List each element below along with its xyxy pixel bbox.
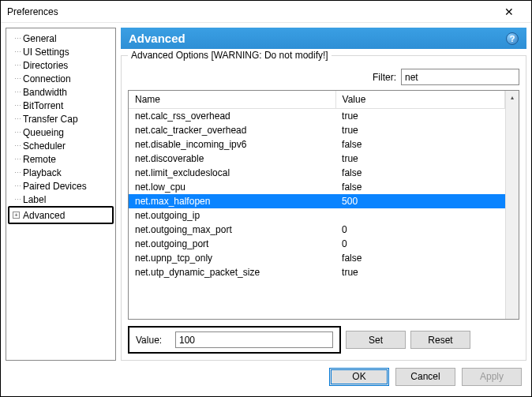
cell-name: net.low_cpu <box>129 180 335 194</box>
cell-name: net.calc_tracker_overhead <box>129 123 335 137</box>
table-row[interactable]: net.calc_tracker_overheadtrue <box>129 123 505 137</box>
table-row[interactable]: net.calc_rss_overheadtrue <box>129 109 505 123</box>
table-row[interactable]: net.outgoing_ip <box>129 208 505 223</box>
section-header: Advanced ? <box>121 28 526 49</box>
cell-value: true <box>335 123 504 137</box>
sidebar-item-label[interactable]: ⋯Label <box>8 193 114 206</box>
sidebar-item-queueing[interactable]: ⋯Queueing <box>8 125 114 139</box>
sidebar-item-advanced[interactable]: + Advanced <box>8 206 114 224</box>
scrollbar[interactable]: ▴ <box>505 91 519 319</box>
sidebar-item-scheduler[interactable]: ⋯Scheduler <box>8 139 114 152</box>
category-tree: ⋯General ⋯UI Settings ⋯Directories ⋯Conn… <box>6 28 116 361</box>
cell-name: net.outgoing_ip <box>129 208 335 223</box>
column-value[interactable]: Value <box>335 91 504 109</box>
cell-name: net.utp_dynamic_packet_size <box>129 265 335 279</box>
table-row[interactable]: net.upnp_tcp_onlyfalse <box>129 251 505 265</box>
filter-row: Filter: <box>128 69 519 85</box>
cell-value: 0 <box>335 237 504 251</box>
cell-value: false <box>335 166 504 180</box>
sidebar-item-remote[interactable]: ⋯Remote <box>8 152 114 166</box>
sidebar-item-playback[interactable]: ⋯Playback <box>8 166 114 179</box>
set-button[interactable]: Set <box>346 331 406 349</box>
filter-label: Filter: <box>373 72 396 83</box>
table-row[interactable]: net.discoverabletrue <box>129 152 505 166</box>
cell-name: net.discoverable <box>129 152 335 166</box>
table-row[interactable]: net.outgoing_max_port0 <box>129 223 505 237</box>
table-row[interactable]: net.max_halfopen500 <box>129 194 505 208</box>
main-panel: Advanced ? Advanced Options [WARNING: Do… <box>121 28 526 361</box>
value-highlight-box: Value: <box>128 326 341 354</box>
ok-button[interactable]: OK <box>329 368 389 386</box>
apply-button[interactable]: Apply <box>462 368 522 386</box>
cell-value <box>335 208 504 223</box>
cell-value: false <box>335 137 504 152</box>
advanced-groupbox: Advanced Options [WARNING: Do not modify… <box>121 55 526 361</box>
table-row[interactable]: net.limit_excludeslocalfalse <box>129 166 505 180</box>
cell-name: net.max_halfopen <box>129 194 335 208</box>
cell-value: true <box>335 109 504 123</box>
cell-name: net.calc_rss_overhead <box>129 109 335 123</box>
filter-input[interactable] <box>401 69 519 85</box>
table-row[interactable]: net.disable_incoming_ipv6false <box>129 137 505 152</box>
dialog-footer: OK Cancel Apply <box>1 365 531 392</box>
scroll-up-icon[interactable]: ▴ <box>506 91 519 104</box>
expand-icon[interactable]: + <box>13 212 20 219</box>
close-icon[interactable]: ✕ <box>493 2 525 22</box>
sidebar-item-connection[interactable]: ⋯Connection <box>8 72 114 85</box>
help-icon[interactable]: ? <box>506 32 519 45</box>
table-row[interactable]: net.outgoing_port0 <box>129 237 505 251</box>
cancel-button[interactable]: Cancel <box>395 368 455 386</box>
cell-value: true <box>335 152 504 166</box>
value-input[interactable] <box>175 331 333 348</box>
cell-value: false <box>335 180 504 194</box>
titlebar: Preferences ✕ <box>1 1 531 23</box>
sidebar-item-transfer-cap[interactable]: ⋯Transfer Cap <box>8 112 114 125</box>
reset-button[interactable]: Reset <box>410 331 470 349</box>
sidebar-item-bandwidth[interactable]: ⋯Bandwidth <box>8 85 114 99</box>
table-row[interactable]: net.low_cpufalse <box>129 180 505 194</box>
cell-value: 500 <box>335 194 504 208</box>
sidebar-item-ui-settings[interactable]: ⋯UI Settings <box>8 45 114 58</box>
cell-name: net.outgoing_port <box>129 237 335 251</box>
window-title: Preferences <box>7 6 58 17</box>
cell-name: net.outgoing_max_port <box>129 223 335 237</box>
groupbox-label: Advanced Options [WARNING: Do not modify… <box>128 50 332 61</box>
sidebar-item-directories[interactable]: ⋯Directories <box>8 58 114 72</box>
options-table: Name Value net.calc_rss_overheadtruenet.… <box>129 91 505 279</box>
table-row[interactable]: net.utp_dynamic_packet_sizetrue <box>129 265 505 279</box>
value-editor-row: Value: Set Reset <box>128 326 519 354</box>
value-label: Value: <box>136 335 167 346</box>
sidebar-item-general[interactable]: ⋯General <box>8 32 114 45</box>
cell-name: net.limit_excludeslocal <box>129 166 335 180</box>
section-title: Advanced <box>129 32 185 45</box>
cell-value: 0 <box>335 223 504 237</box>
cell-name: net.disable_incoming_ipv6 <box>129 137 335 152</box>
column-name[interactable]: Name <box>129 91 335 109</box>
content-area: ⋯General ⋯UI Settings ⋯Directories ⋯Conn… <box>1 23 531 365</box>
sidebar-item-bittorrent[interactable]: ⋯BitTorrent <box>8 99 114 112</box>
sidebar-item-paired-devices[interactable]: ⋯Paired Devices <box>8 179 114 193</box>
cell-value: true <box>335 265 504 279</box>
options-table-container: Name Value net.calc_rss_overheadtruenet.… <box>128 90 519 320</box>
cell-value: false <box>335 251 504 265</box>
cell-name: net.upnp_tcp_only <box>129 251 335 265</box>
